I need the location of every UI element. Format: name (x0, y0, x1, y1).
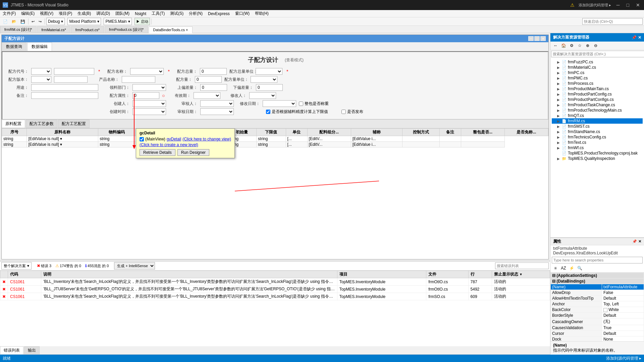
creator-select[interactable] (132, 100, 166, 107)
run-designer-button[interactable]: Run Designer (177, 149, 209, 156)
menu-analyze[interactable]: 分析(N) (186, 10, 205, 17)
build-filter-select[interactable]: 生成 + IntelliSense (114, 262, 155, 269)
props-row-allowdrop[interactable]: AllowDrop False (551, 290, 644, 296)
popup-change-view[interactable]: (Click here to change view) (182, 137, 231, 141)
tb-new[interactable]: 📄 (1, 18, 9, 25)
tree-item-frmmaterialc[interactable]: ▶ 📄 frmMaterialC.cs (552, 65, 643, 70)
remark-input[interactable] (31, 92, 98, 99)
tb-save[interactable]: 💾 (19, 18, 27, 25)
props-row-backcolor[interactable]: BackColor White (551, 307, 644, 313)
menu-devexpress[interactable]: DevExpress (205, 10, 232, 17)
formula-qty-input[interactable] (195, 76, 222, 83)
props-row-anchor[interactable]: Anchor Top, Left (551, 301, 644, 307)
props-search-btn[interactable]: 🔍 (576, 265, 583, 272)
props-search-input[interactable] (552, 257, 643, 263)
close-button[interactable]: ✕ (635, 2, 641, 8)
form-tab-edit[interactable]: 数据编辑 (27, 42, 52, 51)
project-dropdown[interactable]: PMES.Main ▾ (104, 18, 131, 25)
tab-databindertools[interactable]: DataBinderTools.cs × (149, 26, 192, 33)
modifier-select[interactable] (249, 92, 276, 99)
tree-item-frmtechnicsconfig[interactable]: ▶ 📄 frmTechnicsConfig.cs (552, 134, 643, 140)
tree-item-qualityinspection[interactable]: ▶ 📁 TopMES.QualityInspection (552, 156, 643, 161)
props-row-name[interactable]: (Name) txtFormulaAttribute (551, 284, 644, 290)
check3-checkbox[interactable] (341, 110, 346, 114)
formula-total-unit-select[interactable] (256, 68, 282, 75)
solution-close-icon[interactable]: ✕ (638, 35, 641, 40)
maximize-button[interactable]: □ (625, 2, 631, 8)
designer-maximize[interactable]: □ (534, 36, 540, 41)
designer-minimize[interactable]: ─ (528, 36, 534, 41)
formula-qty-unit-select[interactable] (251, 76, 277, 83)
tree-item-frmsmst[interactable]: ▶ 📄 frmSMST.cs (552, 124, 643, 129)
platform-dropdown[interactable]: Mixed Platform ▾ (67, 18, 101, 25)
tab-frmrm-design[interactable]: frmRM.cs [设计]* (0, 26, 37, 33)
tree-item-frmproductmain[interactable]: ▶ 📄 frmProductMainTain.cs (552, 86, 643, 92)
tree-item-frmwf[interactable]: ▶ 📄 frmWf.cs (552, 145, 643, 150)
props-pin-icon[interactable]: 📌 (632, 239, 637, 244)
error-tab-output[interactable]: 输出 (24, 346, 40, 354)
usage-input[interactable] (31, 84, 98, 91)
upper-diff-input[interactable] (200, 84, 227, 91)
form-tab-query[interactable]: 数据查询 (2, 42, 26, 51)
review-date-select[interactable] (200, 108, 234, 115)
popup-gcdetail-link[interactable]: gvDetail (167, 137, 181, 141)
solution-search-input[interactable] (551, 51, 644, 57)
props-categorized-btn[interactable]: ≡ (552, 265, 559, 272)
menu-window[interactable]: 窗口(W) (232, 10, 252, 17)
error-scroll[interactable]: 代码 说明 项目 文件 行 禁止显示状态 ▼ ✖ CS1061 (0, 270, 550, 346)
props-row-causesvalidation[interactable]: CausesValidation True (551, 325, 644, 331)
tree-item-frmqt[interactable]: ▶ 📄 frmQT.cs (552, 113, 643, 118)
error-tab-errors[interactable]: 错误列表 (0, 346, 23, 354)
debug-mode-dropdown[interactable]: Debug ▾ (46, 18, 65, 25)
formula-code-select[interactable] (31, 68, 51, 75)
valid-period-select[interactable] (194, 92, 220, 99)
menu-team[interactable]: 团队(M) (113, 10, 132, 17)
tb-undo[interactable]: ↩ (30, 18, 36, 25)
retrieve-details-button[interactable]: Retrieve Details (140, 149, 175, 156)
menu-test[interactable]: 测试(S) (167, 10, 186, 17)
tab-frmproduct-design[interactable]: frmProduct.cs [设计]* (105, 26, 148, 33)
tree-item-frmproducttaskchange[interactable]: ▶ 📄 frmProductTaskChange.cs (552, 102, 643, 108)
menu-debug[interactable]: 调试(D) (94, 10, 113, 17)
tree-item-csproj-bak[interactable]: 📄 TopMES.ProductTechnology.csproj.bak (552, 150, 643, 156)
tab-frmmaterial[interactable]: frmMaterial.cs* (37, 26, 70, 33)
designer-close[interactable]: ✕ (540, 36, 546, 41)
solution-expand-btn[interactable]: ⊕ (584, 42, 591, 49)
tab-frmproduct[interactable]: frmProduct.cs* (71, 26, 104, 33)
solution-collapse-btn[interactable]: ⊖ (592, 42, 599, 49)
solution-filter-btn[interactable]: ☆ (576, 42, 583, 49)
props-events-btn[interactable]: ⚡ (568, 265, 575, 272)
error-search-input[interactable] (495, 262, 549, 269)
tb-redo[interactable]: ↪ (37, 18, 43, 25)
props-row-dock[interactable]: Dock None (551, 337, 644, 342)
solution-props-btn[interactable]: ⚙ (568, 42, 575, 49)
lower-diff-input[interactable] (256, 84, 283, 91)
props-row-allowhtml[interactable]: AllowHtmlTextInToolTip Default (551, 296, 644, 301)
quick-launch-input[interactable] (582, 18, 643, 25)
dept-select[interactable] (132, 84, 166, 91)
formula-version-select[interactable] (31, 76, 51, 83)
menu-build[interactable]: 生成(B) (75, 10, 94, 17)
start-button[interactable]: ▶ 启动 (135, 18, 150, 25)
props-scroll[interactable]: ⊟ (ApplicationSettings) ⊟ (DataBindings)… (550, 273, 644, 341)
formula-version-input[interactable] (54, 76, 88, 83)
menu-nsight[interactable]: Nsight (132, 10, 149, 17)
tree-item-frmfuzzpc[interactable]: ▶ 📄 frmFuzzPC.cs (552, 59, 643, 65)
tree-item-frmstandname[interactable]: ▶ 📄 frmStandName.cs (552, 129, 643, 134)
product-name-input[interactable] (122, 76, 155, 83)
tree-item-frmrm[interactable]: ▶ 📄 frmRM.cs (552, 118, 643, 124)
solution-pin-icon[interactable]: 📌 (632, 35, 637, 40)
modify-date-select[interactable] (263, 100, 296, 107)
grid-tab-material[interactable]: 原料配置 (2, 120, 25, 128)
props-row-borderstyle[interactable]: BorderStyle Default (551, 313, 644, 318)
check2-checkbox[interactable] (266, 110, 270, 114)
formula-code-input[interactable] (54, 68, 94, 75)
menu-edit[interactable]: 编辑(E) (18, 10, 37, 17)
props-close-icon[interactable]: ✕ (638, 239, 641, 244)
tb-open[interactable]: 📂 (10, 18, 18, 25)
menu-project[interactable]: 项目(P) (56, 10, 75, 17)
props-row-cascadingowner[interactable]: CascadingOwner (无) (551, 318, 644, 325)
menu-tools[interactable]: 工具(T) (149, 10, 167, 17)
grid-tab-process-config[interactable]: 配方工艺配置 (58, 120, 90, 128)
tree-item-frmproductpartconfigs[interactable]: ▶ 📄 frmProductPartConfigs.cs (552, 97, 643, 102)
